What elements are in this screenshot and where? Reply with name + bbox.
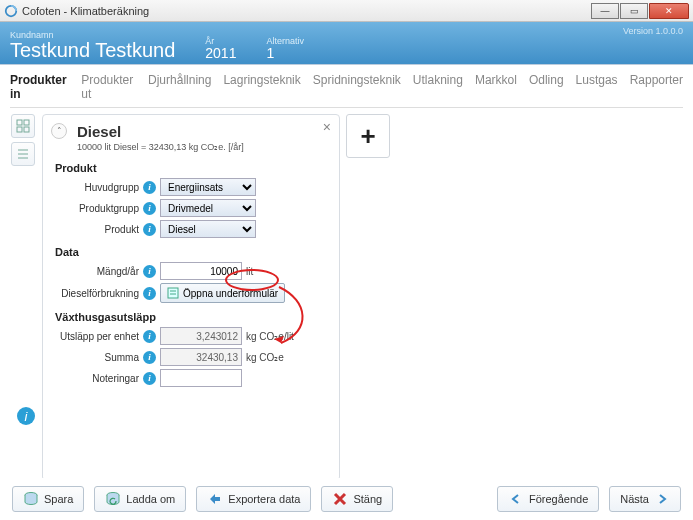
tab-djurhållning[interactable]: Djurhållning <box>148 73 211 101</box>
product-panel: ˄ × Diesel 10000 lit Diesel = 32430,13 k… <box>42 114 340 481</box>
noteringar-input[interactable] <box>160 369 242 387</box>
open-subform-button[interactable]: Öppna underformulär <box>160 283 285 303</box>
close-button[interactable]: ✕ <box>649 3 689 19</box>
info-icon[interactable]: i <box>143 265 156 278</box>
previous-label: Föregående <box>529 493 588 505</box>
export-icon <box>207 491 223 507</box>
mangd-unit: lit <box>246 266 253 277</box>
summa-value <box>160 348 242 366</box>
tab-produkter-in[interactable]: Produkter in <box>10 73 69 101</box>
add-product-button[interactable]: + <box>346 114 390 158</box>
minimize-button[interactable]: — <box>591 3 619 19</box>
app-icon <box>4 4 18 18</box>
chevron-right-icon <box>654 491 670 507</box>
save-label: Spara <box>44 493 73 505</box>
tab-markkol[interactable]: Markkol <box>475 73 517 101</box>
info-icon[interactable]: i <box>143 372 156 385</box>
version-label: Version 1.0.0.0 <box>623 26 683 36</box>
info-icon[interactable]: i <box>143 351 156 364</box>
produkt-label: Produkt <box>55 224 143 235</box>
info-icon[interactable]: i <box>143 330 156 343</box>
tab-spridningsteknik[interactable]: Spridningsteknik <box>313 73 401 101</box>
huvudgrupp-label: Huvudgrupp <box>55 182 143 193</box>
grid-icon <box>16 119 30 133</box>
svg-rect-8 <box>168 288 178 298</box>
plus-icon: + <box>360 121 375 152</box>
next-button[interactable]: Nästa <box>609 486 681 512</box>
mangd-input[interactable] <box>160 262 242 280</box>
close-label: Stäng <box>353 493 382 505</box>
next-label: Nästa <box>620 493 649 505</box>
collapse-toggle[interactable]: ˄ <box>51 123 67 139</box>
previous-button[interactable]: Föregående <box>497 486 599 512</box>
per-enhet-unit: kg CO₂e/lit <box>246 331 294 342</box>
produkt-heading: Produkt <box>55 162 327 174</box>
database-reload-icon <box>105 491 121 507</box>
ar-value: 2011 <box>205 46 236 60</box>
info-icon: i <box>16 406 36 426</box>
summa-unit: kg CO₂e <box>246 352 284 363</box>
summa-label: Summa <box>55 352 143 363</box>
chevron-left-icon <box>508 491 524 507</box>
panel-close-icon[interactable]: × <box>323 119 331 135</box>
tab-strip: Produkter inProdukter utDjurhållningLagr… <box>10 73 683 108</box>
tab-utlakning[interactable]: Utlakning <box>413 73 463 101</box>
per-enhet-label: Utsläpp per enhet <box>55 331 143 342</box>
produktgrupp-select[interactable]: Drivmedel <box>160 199 256 217</box>
reload-button[interactable]: Ladda om <box>94 486 186 512</box>
info-icon[interactable]: i <box>143 202 156 215</box>
header-ribbon: Kundnamn Testkund Testkund År 2011 Alter… <box>0 22 693 64</box>
svg-rect-1 <box>17 120 22 125</box>
info-icon[interactable]: i <box>143 287 156 300</box>
bottom-toolbar: Spara Ladda om Exportera data Stäng Före… <box>0 478 693 520</box>
kundnamn-value: Testkund Testkund <box>10 40 175 60</box>
list-icon <box>16 147 30 161</box>
save-button[interactable]: Spara <box>12 486 84 512</box>
data-heading: Data <box>55 246 327 258</box>
huvudgrupp-select[interactable]: Energiinsats <box>160 178 256 196</box>
svg-rect-4 <box>24 127 29 132</box>
subform-label: Öppna underformulär <box>183 288 278 299</box>
tab-odling[interactable]: Odling <box>529 73 564 101</box>
tab-lagringsteknik[interactable]: Lagringsteknik <box>223 73 300 101</box>
info-icon[interactable]: i <box>143 181 156 194</box>
produkt-select[interactable]: Diesel <box>160 220 256 238</box>
diesel-label: Dieselförbrukning <box>55 288 143 299</box>
list-view-button[interactable] <box>11 142 35 166</box>
mangd-label: Mängd/år <box>55 266 143 277</box>
noteringar-label: Noteringar <box>55 373 143 384</box>
export-label: Exportera data <box>228 493 300 505</box>
utslapp-heading: Växthusgasutsläpp <box>55 311 327 323</box>
close-app-button[interactable]: Stäng <box>321 486 393 512</box>
titlebar: Cofoten - Klimatberäkning — ▭ ✕ <box>0 0 693 22</box>
form-icon <box>167 287 179 299</box>
panel-title: Diesel <box>77 123 327 140</box>
tab-rapporter[interactable]: Rapporter <box>630 73 683 101</box>
close-x-icon <box>332 491 348 507</box>
alternativ-value: 1 <box>266 46 304 60</box>
panel-summary: 10000 lit Diesel = 32430,13 kg CO₂e. [/å… <box>77 142 327 152</box>
reload-label: Ladda om <box>126 493 175 505</box>
export-button[interactable]: Exportera data <box>196 486 311 512</box>
svg-rect-3 <box>17 127 22 132</box>
maximize-button[interactable]: ▭ <box>620 3 648 19</box>
help-info-button[interactable]: i <box>14 404 38 428</box>
per-enhet-value <box>160 327 242 345</box>
window-title: Cofoten - Klimatberäkning <box>22 5 149 17</box>
tab-produkter-ut[interactable]: Produkter ut <box>81 73 136 101</box>
database-icon <box>23 491 39 507</box>
grid-view-button[interactable] <box>11 114 35 138</box>
svg-rect-2 <box>24 120 29 125</box>
info-icon[interactable]: i <box>143 223 156 236</box>
produktgrupp-label: Produktgrupp <box>55 203 143 214</box>
tab-lustgas[interactable]: Lustgas <box>576 73 618 101</box>
